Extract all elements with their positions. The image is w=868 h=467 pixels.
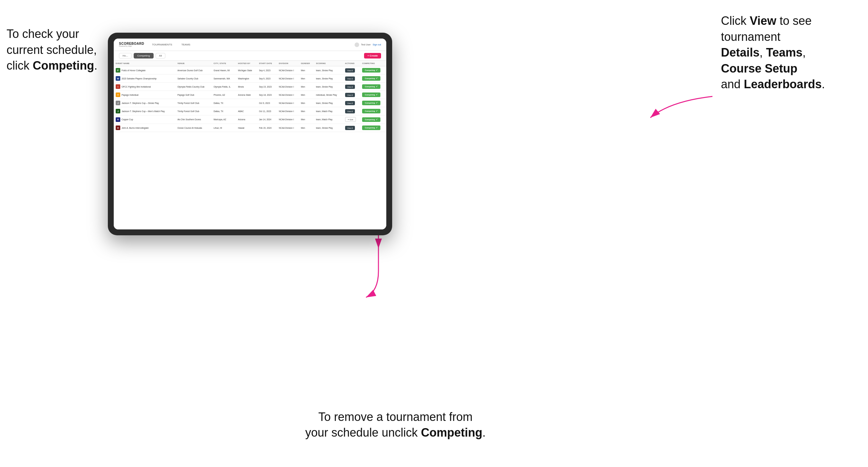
annotation-top-left: To check your current schedule, click Co…	[6, 26, 118, 74]
team-logo: A	[116, 117, 120, 122]
view-button[interactable]: View ℹ	[345, 109, 355, 114]
device-screen: SCOREBOARD Powered by clippi TOURNAMENTS…	[114, 38, 386, 229]
team-logo: J	[116, 101, 120, 105]
view-button[interactable]: View ℹ	[345, 101, 355, 105]
competing-button[interactable]: Competing ✓	[362, 117, 380, 122]
gender-cell: Men	[299, 66, 314, 74]
scoring-cell: team, Match Play	[314, 107, 343, 115]
view-button[interactable]: View ℹ	[345, 85, 355, 89]
division-cell: NCAA Division I	[277, 115, 299, 124]
date-cell: Sep 4, 2023	[257, 66, 277, 74]
actions-cell: View ℹ	[343, 124, 361, 132]
table-row: FFolds of Honor CollegiateAmerican Dunes…	[114, 66, 386, 74]
venue-cell: Olympia Fields Country Club	[176, 83, 212, 91]
city-cell: Lihue, HI	[212, 124, 236, 132]
competing-cell: Competing ✓	[360, 99, 386, 107]
actions-cell: View ℹ	[343, 74, 361, 83]
gender-cell: Men	[299, 107, 314, 115]
table-row: HJohn A. Burns IntercollegiateOcean Cour…	[114, 124, 386, 132]
gender-cell: Men	[299, 74, 314, 83]
view-button[interactable]: View ℹ	[345, 76, 355, 81]
hosted-by-cell: Michigan State	[236, 66, 257, 74]
venue-cell: Papago Golf Club	[176, 91, 212, 99]
table-row: ACopper CupAk-Chin Southern DunesMaricop…	[114, 115, 386, 124]
division-cell: NCAA Division I	[277, 74, 299, 83]
competing-cell: Competing ✓	[360, 124, 386, 132]
col-start-date: START DATE	[257, 61, 277, 66]
competing-cell: Competing ✓	[360, 83, 386, 91]
hosted-by-cell: Illinois	[236, 83, 257, 91]
actions-cell: View ℹ	[343, 91, 361, 99]
division-cell: NCAA Division I	[277, 83, 299, 91]
competing-cell: Competing ✓	[360, 66, 386, 74]
actions-cell: View ℹ	[343, 99, 361, 107]
tab-home[interactable]: Ho...	[119, 53, 132, 59]
event-name-cell: ACopper Cup	[114, 115, 176, 124]
device-frame: SCOREBOARD Powered by clippi TOURNAMENTS…	[108, 33, 392, 235]
view-button[interactable]: View ℹ	[345, 68, 355, 72]
competing-button[interactable]: Competing ✓	[362, 125, 380, 130]
competing-button[interactable]: Competing ✓	[362, 101, 380, 105]
scoring-cell: individual, Stroke Play	[314, 91, 343, 99]
division-cell: NCAA Division I	[277, 107, 299, 115]
date-cell: Jan 14, 2024	[257, 115, 277, 124]
competing-button[interactable]: Competing ✓	[362, 76, 380, 81]
venue-cell: Trinity Forest Golf Club	[176, 99, 212, 107]
division-cell: NCAA Division I	[277, 99, 299, 107]
city-cell: Dallas, TX	[212, 107, 236, 115]
col-gender: GENDER	[299, 61, 314, 66]
toolbar: Ho... Competing All + Create	[114, 51, 386, 61]
table-row: JJackson T. Stephens Cup – Stroke PlayTr…	[114, 99, 386, 107]
competing-button[interactable]: Competing ✓	[362, 68, 380, 72]
city-cell: Olympia Fields, IL	[212, 83, 236, 91]
col-city-state: CITY, STATE	[212, 61, 236, 66]
date-cell: Oct 11, 2023	[257, 107, 277, 115]
event-name-cell: YPapago Individual	[114, 91, 176, 99]
tab-all[interactable]: All	[156, 53, 166, 59]
city-cell: Sammamish, WA	[212, 74, 236, 83]
hosted-by-cell: Arizona State	[236, 91, 257, 99]
date-cell: Sep 15, 2023	[257, 83, 277, 91]
date-cell: Sep 9, 2023	[257, 74, 277, 83]
competing-cell: Competing ✓	[360, 115, 386, 124]
venue-cell: Trinity Forest Golf Club	[176, 107, 212, 115]
view-button[interactable]: View ℹ	[345, 126, 355, 130]
tab-competing[interactable]: Competing	[134, 53, 154, 59]
edit-button[interactable]: ✏ Edit	[345, 117, 356, 122]
competing-cell: Competing ✓	[360, 74, 386, 83]
scoring-cell: team, Match Play	[314, 115, 343, 124]
tournaments-table: EVENT NAME VENUE CITY, STATE HOSTED BY S…	[114, 61, 386, 132]
view-button[interactable]: View ℹ	[345, 93, 355, 97]
venue-cell: American Dunes Golf Club	[176, 66, 212, 74]
scoreboard-logo: SCOREBOARD Powered by clippi	[119, 42, 144, 47]
city-cell: Maricopa, AZ	[212, 115, 236, 124]
nav-tournaments[interactable]: TOURNAMENTS	[151, 42, 174, 47]
user-name: Test User	[361, 43, 371, 46]
date-cell: Feb 15, 2024	[257, 124, 277, 132]
competing-cell: Competing ✓	[360, 107, 386, 115]
city-cell: Dallas, TX	[212, 99, 236, 107]
table-row: W2023 Sahalee Players ChampionshipSahale…	[114, 74, 386, 83]
city-cell: Phoenix, AZ	[212, 91, 236, 99]
event-name-cell: JJackson T. Stephens Cup – Men's Match P…	[114, 107, 176, 115]
table-header-row: EVENT NAME VENUE CITY, STATE HOSTED BY S…	[114, 61, 386, 66]
nav-teams[interactable]: TEAMS	[180, 42, 192, 47]
date-cell: Oct 9, 2023	[257, 99, 277, 107]
scoring-cell: team, Stroke Play	[314, 124, 343, 132]
competing-cell: Competing ✓	[360, 91, 386, 99]
gender-cell: Men	[299, 83, 314, 91]
sign-out-link[interactable]: Sign out	[373, 43, 381, 46]
logo-subtitle: Powered by clippi	[119, 45, 144, 47]
team-logo: F	[116, 68, 120, 72]
venue-cell: Sahalee Country Club	[176, 74, 212, 83]
city-cell: Grand Haven, MI	[212, 66, 236, 74]
create-button[interactable]: + Create	[364, 53, 381, 59]
competing-button[interactable]: Competing ✓	[362, 84, 380, 89]
competing-button[interactable]: Competing ✓	[362, 109, 380, 114]
col-scoring: SCORING	[314, 61, 343, 66]
competing-button[interactable]: Competing ✓	[362, 92, 380, 97]
user-avatar	[354, 42, 359, 47]
table-row: JJackson T. Stephens Cup – Men's Match P…	[114, 107, 386, 115]
hosted-by-cell: Hawaii	[236, 124, 257, 132]
table-row: YPapago IndividualPapago Golf ClubPhoeni…	[114, 91, 386, 99]
